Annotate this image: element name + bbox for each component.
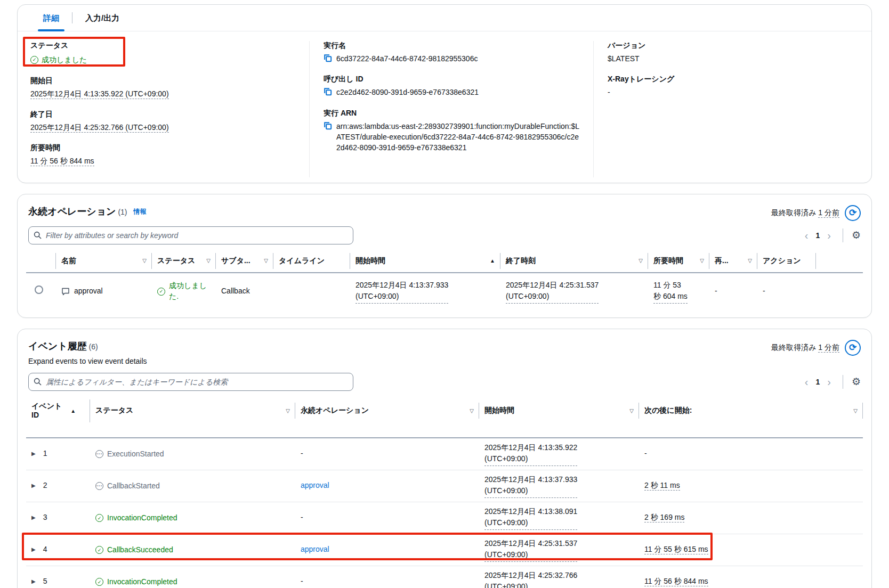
success-check-icon: ✓: [95, 546, 103, 554]
sort-icon[interactable]: ▽: [282, 408, 290, 414]
column-name: 名前▽: [56, 255, 152, 267]
expand-row-icon[interactable]: ▶: [31, 450, 36, 458]
in-progress-icon: ···: [95, 450, 103, 458]
event-start-time: 2025年12月4日 4:25:31.537(UTC+09:00): [484, 538, 577, 562]
column-actions: アクション: [757, 255, 816, 267]
status-label: ステータス: [30, 41, 296, 51]
invocation-id-field: 呼び出し ID c2e2d462-8090-391d-9659-e767338e…: [324, 75, 580, 97]
table-settings-gear-icon[interactable]: ⚙: [852, 230, 861, 240]
execution-arn-value: arn:aws:lambda:us-east-2:289302739901:fu…: [336, 121, 580, 153]
end-date-value: 2025年12月4日 4:25:32.766 (UTC+09:00): [30, 123, 169, 133]
success-check-icon: ✓: [95, 578, 103, 586]
last-fetched-time: 1 分前: [818, 343, 839, 353]
expand-row-icon[interactable]: ▶: [31, 514, 36, 521]
operation-action: -: [757, 286, 816, 297]
operation-subtype: Callback: [216, 286, 273, 297]
event-started-after: 11 分 56 秒 844 ms: [644, 577, 708, 586]
column-operation: 永続オペレーション▽: [295, 405, 479, 416]
column-event-id: イベントID ▲: [26, 402, 90, 420]
durable-operations-count: (1): [118, 208, 127, 216]
next-page-button[interactable]: ›: [824, 230, 834, 241]
tab-bar: 詳細 入力/出力: [18, 5, 871, 31]
sort-ascending-icon[interactable]: ▲: [67, 408, 76, 414]
sort-icon[interactable]: ▽: [850, 408, 858, 414]
sort-icon[interactable]: ▽: [203, 258, 211, 264]
copy-icon[interactable]: [324, 121, 332, 130]
end-date-label: 終了日: [30, 110, 296, 119]
tab-details[interactable]: 詳細: [41, 5, 61, 31]
column-start-time: 開始時間▲: [350, 255, 500, 267]
column-retry: 再...▽: [709, 255, 757, 267]
refresh-button[interactable]: ⟳: [845, 340, 861, 356]
durable-operations-table-header: 名前▽ ステータス▽ サブタ...▽ タイムライン 開始時間▲ 終了時刻▽ 所要…: [26, 250, 863, 273]
search-icon: [34, 231, 42, 241]
xray-field: X-Rayトレーシング -: [608, 75, 846, 97]
event-operation-link[interactable]: approval: [301, 545, 329, 553]
durable-operations-title: 永続オペレーション: [28, 206, 116, 217]
expand-row-icon[interactable]: ▶: [31, 482, 36, 489]
event-history-count: (6): [89, 342, 98, 351]
sort-icon[interactable]: ▽: [745, 258, 752, 264]
sort-icon[interactable]: ▽: [466, 408, 474, 414]
execution-detail-page: 詳細 入力/出力 ステータス ✓ 成功しました 開始日: [0, 0, 889, 588]
refresh-button[interactable]: ⟳: [845, 205, 861, 221]
overview-column-2: 実行名 6cd37222-84a7-44c6-8742-98182955306c…: [309, 41, 593, 177]
event-id: 4: [43, 544, 47, 555]
execution-arn-field: 実行 ARN arn:aws:lambda:us-east-2:28930273…: [324, 109, 580, 153]
last-fetched-label: 最終取得済み 1 分前: [771, 343, 839, 353]
tab-input-output[interactable]: 入力/出力: [83, 5, 122, 31]
sort-icon[interactable]: ▽: [626, 408, 634, 414]
info-link[interactable]: 情報: [133, 208, 146, 215]
expand-row-icon[interactable]: ▶: [31, 578, 36, 585]
table-settings-gear-icon[interactable]: ⚙: [852, 377, 861, 387]
event-started-after: 2 秒 169 ms: [644, 513, 684, 522]
chat-bubble-icon: [61, 287, 70, 296]
event-status: ✓InvocationCompleted: [95, 577, 177, 587]
search-icon: [34, 378, 42, 387]
column-subtype: サブタ...▽: [216, 255, 273, 267]
event-start-time: 2025年12月4日 4:13:37.933(UTC+09:00): [484, 474, 577, 498]
sort-icon[interactable]: ▽: [139, 258, 147, 264]
event-history-subtitle: Expand events to view event details: [18, 356, 871, 370]
previous-page-button[interactable]: ‹: [802, 377, 812, 387]
durable-operations-title-row: 永続オペレーション (1) 情報: [28, 205, 146, 218]
event-start-time: 2025年12月4日 4:13:38.091(UTC+09:00): [484, 506, 577, 530]
operation-duration: 11 分 53秒 604 ms: [653, 280, 688, 304]
event-row: ▶3 ✓InvocationCompleted - 2025年12月4日 4:1…: [26, 502, 863, 534]
column-status: ステータス▽: [152, 255, 216, 267]
invocation-id-value: c2e2d462-8090-391d-9659-e767338e6321: [336, 87, 479, 97]
toolbar-divider: [843, 228, 843, 242]
expand-row-icon[interactable]: ▶: [31, 546, 36, 553]
sort-icon[interactable]: ▽: [697, 258, 704, 264]
last-fetched-time: 1 分前: [818, 208, 839, 218]
sort-icon[interactable]: ▽: [261, 258, 268, 264]
durable-operations-card: 永続オペレーション (1) 情報 最終取得済み 1 分前 ⟳ ‹ 1 ›: [17, 194, 872, 318]
operation-name: approval: [74, 286, 103, 297]
event-operation-link[interactable]: approval: [301, 481, 329, 489]
event-history-filter-input[interactable]: [28, 373, 353, 391]
column-duration: 所要時間▽: [648, 255, 709, 267]
success-check-icon: ✓: [95, 514, 103, 522]
next-page-button[interactable]: ›: [824, 377, 834, 387]
column-status: ステータス▽: [90, 405, 295, 416]
sort-icon[interactable]: ▽: [635, 258, 643, 264]
row-radio-button[interactable]: [35, 285, 43, 294]
event-history-card: イベント履歴 (6) 最終取得済み 1 分前 ⟳ Expand events t…: [17, 329, 872, 588]
event-row-highlighted: ▶4 ✓CallbackSucceeded approval 2025年12月4…: [26, 534, 863, 566]
copy-icon[interactable]: [324, 54, 332, 62]
page-number[interactable]: 1: [813, 231, 822, 240]
previous-page-button[interactable]: ‹: [802, 230, 812, 241]
sort-ascending-icon[interactable]: ▲: [487, 258, 495, 264]
operation-start-time: 2025年12月4日 4:13:37.933(UTC+09:00): [355, 280, 448, 304]
column-timeline: タイムライン: [273, 255, 350, 267]
execution-arn-label: 実行 ARN: [324, 109, 580, 118]
operation-end-time: 2025年12月4日 4:25:31.537(UTC+09:00): [506, 280, 599, 304]
durable-operations-filter-input[interactable]: [28, 226, 353, 244]
durable-operations-table: 名前▽ ステータス▽ サブタ...▽ タイムライン 開始時間▲ 終了時刻▽ 所要…: [18, 250, 871, 317]
page-number[interactable]: 1: [813, 378, 822, 386]
event-operation: -: [295, 448, 479, 459]
event-history-title-row: イベント履歴 (6): [28, 340, 98, 353]
end-date-field: 終了日 2025年12月4日 4:25:32.766 (UTC+09:00): [30, 110, 296, 133]
column-end-time: 終了時刻▽: [500, 255, 648, 267]
copy-icon[interactable]: [324, 87, 332, 96]
